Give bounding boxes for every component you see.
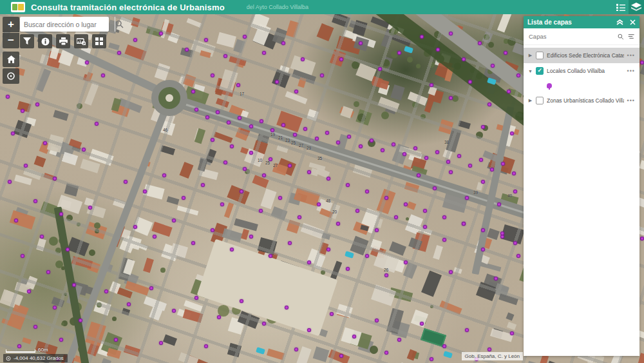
locales-point-marker[interactable] [510, 331, 514, 335]
locales-point-marker[interactable] [24, 164, 28, 168]
locales-point-marker[interactable] [243, 167, 247, 171]
expand-arrow-icon[interactable]: ▶ [528, 98, 533, 103]
layer-row[interactable]: ▼ Locales Collado Villalba ••• [524, 63, 639, 79]
locales-point-marker[interactable] [347, 135, 351, 139]
locales-point-marker[interactable] [491, 64, 495, 68]
layer-row[interactable]: ▶ Edificios Sede Electrónica Catastro ••… [524, 48, 639, 63]
locales-point-marker[interactable] [516, 74, 520, 77]
search-icon[interactable] [115, 17, 124, 32]
locales-point-marker[interactable] [43, 141, 47, 145]
locales-point-marker[interactable] [420, 35, 424, 39]
locales-point-marker[interactable] [339, 354, 343, 358]
locales-point-marker[interactable] [640, 61, 644, 64]
locales-point-marker[interactable] [262, 173, 266, 177]
locales-point-marker[interactable] [327, 248, 330, 251]
locales-point-marker[interactable] [101, 74, 105, 77]
locales-point-marker[interactable] [216, 110, 220, 114]
locales-point-marker[interactable] [465, 328, 469, 332]
locales-point-marker[interactable] [53, 306, 57, 309]
locales-point-marker[interactable] [640, 237, 644, 240]
locales-point-marker[interactable] [516, 254, 520, 258]
locales-point-marker[interactable] [307, 170, 311, 174]
expand-arrow-icon[interactable]: ▶ [528, 53, 533, 58]
locales-point-marker[interactable] [402, 152, 406, 156]
locales-point-marker[interactable] [205, 115, 209, 119]
locales-point-marker[interactable] [449, 170, 453, 174]
locales-point-marker[interactable] [504, 51, 507, 55]
locales-point-marker[interactable] [217, 315, 221, 319]
locales-point-marker[interactable] [262, 51, 266, 55]
locales-point-marker[interactable] [288, 164, 292, 168]
locales-point-marker[interactable] [468, 80, 472, 84]
layer-checkbox[interactable] [536, 52, 544, 59]
locales-point-marker[interactable] [243, 35, 247, 39]
locales-point-marker[interactable] [359, 144, 363, 148]
locales-point-marker[interactable] [236, 83, 240, 87]
layer-menu-icon[interactable]: ••• [627, 52, 635, 59]
locales-point-marker[interactable] [149, 286, 153, 290]
locales-point-marker[interactable] [365, 190, 369, 193]
locales-point-marker[interactable] [249, 235, 253, 239]
locales-point-marker[interactable] [79, 319, 82, 322]
locales-point-marker[interactable] [346, 267, 350, 271]
locales-point-marker[interactable] [423, 209, 427, 213]
search-input[interactable] [20, 21, 115, 28]
locales-point-marker[interactable] [378, 67, 382, 71]
locales-point-marker[interactable] [435, 150, 439, 154]
locales-point-marker[interactable] [185, 48, 189, 52]
locales-point-marker[interactable] [191, 241, 195, 245]
locales-point-marker[interactable] [127, 302, 131, 306]
locales-point-marker[interactable] [325, 131, 329, 135]
locales-point-marker[interactable] [336, 222, 340, 226]
locales-point-marker[interactable] [381, 148, 384, 152]
locales-point-marker[interactable] [8, 180, 12, 184]
locales-point-marker[interactable] [365, 254, 369, 258]
locales-point-marker[interactable] [240, 299, 243, 303]
locales-point-marker[interactable] [413, 146, 417, 150]
locales-point-marker[interactable] [420, 322, 424, 326]
locales-point-marker[interactable] [462, 57, 466, 61]
collapse-double-chevron-icon[interactable] [616, 19, 623, 25]
locales-point-marker[interactable] [114, 338, 118, 342]
home-button[interactable] [3, 52, 19, 67]
locales-point-marker[interactable] [72, 283, 76, 287]
locales-point-marker[interactable] [501, 162, 505, 166]
locales-point-marker[interactable] [230, 248, 234, 251]
locales-point-marker[interactable] [288, 241, 292, 245]
zoom-in-button[interactable]: + [3, 17, 19, 32]
locales-point-marker[interactable] [500, 231, 504, 235]
locales-point-marker[interactable] [307, 260, 311, 264]
locales-point-marker[interactable] [172, 309, 176, 313]
locales-point-marker[interactable] [294, 348, 298, 351]
locales-point-marker[interactable] [194, 296, 198, 300]
locales-point-marker[interactable] [194, 108, 198, 112]
locales-point-marker[interactable] [298, 215, 301, 219]
locales-point-marker[interactable] [513, 190, 517, 193]
locales-point-marker[interactable] [211, 74, 214, 77]
locales-point-marker[interactable] [191, 90, 195, 93]
locales-point-marker[interactable] [85, 61, 89, 64]
locate-button[interactable] [3, 68, 19, 84]
locales-point-marker[interactable] [315, 137, 319, 141]
layers-icon[interactable] [629, 0, 644, 14]
locales-point-marker[interactable] [21, 109, 24, 113]
locales-point-marker[interactable] [301, 57, 305, 61]
locales-point-marker[interactable] [442, 238, 446, 242]
locales-point-marker[interactable] [238, 116, 242, 120]
locales-point-marker[interactable] [507, 90, 511, 93]
locales-point-marker[interactable] [82, 148, 86, 152]
locales-point-marker[interactable] [104, 289, 108, 293]
locales-point-marker[interactable] [230, 144, 234, 148]
locales-point-marker[interactable] [33, 325, 37, 329]
locales-point-marker[interactable] [462, 222, 466, 226]
locales-point-marker[interactable] [35, 103, 39, 106]
locales-point-marker[interactable] [320, 74, 324, 77]
locales-point-marker[interactable] [59, 212, 63, 216]
locales-point-marker[interactable] [275, 80, 279, 84]
locales-point-marker[interactable] [240, 190, 243, 193]
locales-point-marker[interactable] [227, 121, 231, 124]
layer-search-icon[interactable] [618, 33, 624, 41]
locales-point-marker[interactable] [397, 338, 401, 342]
locales-point-marker[interactable] [159, 341, 163, 345]
locales-point-marker[interactable] [223, 54, 227, 58]
